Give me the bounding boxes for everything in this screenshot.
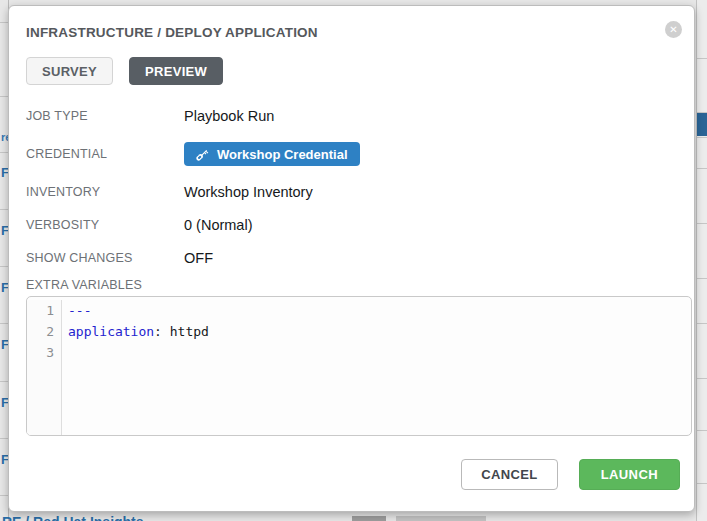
inventory-value: Workshop Inventory bbox=[184, 184, 313, 200]
background-link-fragment: F bbox=[1, 453, 8, 466]
detail-row-inventory: INVENTORY Workshop Inventory bbox=[26, 182, 680, 201]
detail-row-job-type: JOB TYPE Playbook Run bbox=[26, 106, 680, 125]
background-row-line bbox=[0, 438, 8, 439]
editor-gutter bbox=[27, 363, 62, 435]
extra-variables-editor[interactable]: 1 --- 2 application: httpd 3 bbox=[26, 296, 692, 436]
code-text: --- bbox=[62, 300, 91, 321]
background-row-line bbox=[0, 323, 8, 324]
background-row-line bbox=[0, 22, 8, 23]
background-row-line bbox=[0, 96, 8, 97]
launch-button[interactable]: LAUNCH bbox=[579, 459, 680, 490]
background-link-fragment: F bbox=[1, 281, 8, 294]
background-row-line bbox=[697, 168, 707, 169]
detail-row-show-changes: SHOW CHANGES OFF bbox=[26, 248, 680, 267]
modal-title: INFRASTRUCTURE / DEPLOY APPLICATION bbox=[26, 25, 680, 40]
background-link-fragment: F bbox=[1, 396, 8, 409]
background-row-line bbox=[697, 58, 707, 59]
background-row-line bbox=[697, 483, 707, 484]
extra-variables-label: EXTRA VARIABLES bbox=[26, 278, 680, 292]
background-row-line bbox=[0, 495, 8, 496]
background-row-line bbox=[0, 381, 8, 382]
verbosity-label: VERBOSITY bbox=[26, 218, 184, 232]
deploy-application-preview-modal: INFRASTRUCTURE / DEPLOY APPLICATION ✕ SU… bbox=[8, 5, 695, 512]
job-details: JOB TYPE Playbook Run CREDENTIAL Wor bbox=[26, 106, 680, 267]
cancel-button[interactable]: CANCEL bbox=[461, 459, 558, 490]
background-row-line bbox=[697, 323, 707, 324]
code-line: 3 bbox=[27, 342, 691, 363]
code-text bbox=[62, 342, 68, 363]
background-status-chip bbox=[697, 113, 707, 136]
background-row-line bbox=[697, 223, 707, 224]
credential-tag-label: Workshop Credential bbox=[217, 147, 348, 162]
tab-survey[interactable]: SURVEY bbox=[26, 57, 113, 85]
verbosity-value: 0 (Normal) bbox=[184, 217, 252, 233]
background-row-line bbox=[697, 430, 707, 431]
editor-empty-area bbox=[27, 363, 691, 435]
background-row-line bbox=[697, 137, 707, 138]
key-icon bbox=[196, 148, 209, 161]
background-link-text: RE / Red Hat Insights bbox=[2, 514, 144, 521]
job-type-value: Playbook Run bbox=[184, 108, 274, 124]
background-page-bottom-edge: RE / Red Hat Insights bbox=[0, 513, 707, 521]
background-row-line bbox=[0, 152, 8, 153]
close-icon[interactable]: ✕ bbox=[665, 21, 682, 38]
show-changes-label: SHOW CHANGES bbox=[26, 251, 184, 265]
background-row-line bbox=[697, 378, 707, 379]
job-type-label: JOB TYPE bbox=[26, 109, 184, 123]
code-line: 1 --- bbox=[27, 300, 691, 321]
background-page-right-edge bbox=[696, 0, 707, 521]
credential-label: CREDENTIAL bbox=[26, 147, 184, 161]
show-changes-value: OFF bbox=[184, 250, 213, 266]
background-element-stub bbox=[396, 516, 486, 521]
modal-tabs: SURVEY PREVIEW bbox=[26, 57, 680, 85]
background-link-fragment: F bbox=[1, 166, 8, 179]
modal-footer: CANCEL LAUNCH bbox=[26, 459, 680, 490]
background-link-fragment: F bbox=[1, 224, 8, 237]
background-link-fragment: re bbox=[1, 131, 8, 144]
line-number: 1 bbox=[27, 300, 62, 321]
tab-preview[interactable]: PREVIEW bbox=[129, 57, 223, 85]
background-row-line bbox=[697, 278, 707, 279]
line-number: 2 bbox=[27, 321, 62, 342]
background-link-fragment: F bbox=[1, 338, 8, 351]
background-row-line bbox=[0, 209, 8, 210]
inventory-label: INVENTORY bbox=[26, 185, 184, 199]
background-row-line bbox=[0, 266, 8, 267]
credential-tag[interactable]: Workshop Credential bbox=[184, 142, 360, 166]
background-element-stub bbox=[352, 516, 386, 521]
code-text: application: httpd bbox=[62, 321, 209, 342]
detail-row-credential: CREDENTIAL Workshop Credential bbox=[26, 142, 680, 166]
code-line: 2 application: httpd bbox=[27, 321, 691, 342]
line-number: 3 bbox=[27, 342, 62, 363]
detail-row-verbosity: VERBOSITY 0 (Normal) bbox=[26, 215, 680, 234]
